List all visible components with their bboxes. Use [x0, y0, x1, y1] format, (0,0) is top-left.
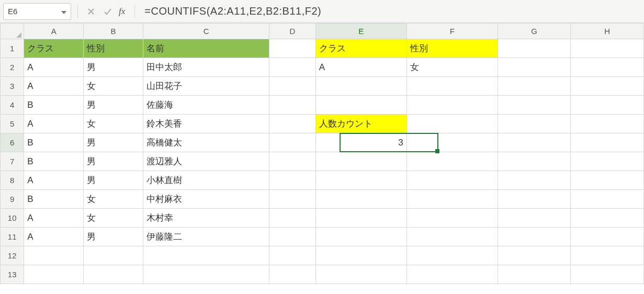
cell-g9[interactable] [498, 190, 571, 209]
cell-b8[interactable]: 男 [84, 171, 143, 190]
cell-g7[interactable] [498, 152, 571, 171]
col-header-g[interactable]: G [498, 24, 571, 39]
row-header[interactable]: 13 [1, 265, 24, 284]
cell-d11[interactable] [269, 228, 316, 246]
cell-g10[interactable] [498, 209, 571, 228]
cell-c1[interactable]: 名前 [143, 39, 269, 58]
row-header[interactable]: 7 [1, 152, 24, 171]
cell-c7[interactable]: 渡辺雅人 [143, 152, 269, 171]
cell-h9[interactable] [571, 190, 644, 209]
cell-g4[interactable] [498, 96, 571, 115]
cell-g13[interactable] [498, 265, 571, 284]
spreadsheet-grid[interactable]: A B C D E F G H 1 クラス 性別 名前 クラス 性別 [0, 23, 644, 294]
cell-h11[interactable] [571, 228, 644, 246]
cell-f5[interactable] [406, 115, 498, 133]
cell-g3[interactable] [498, 77, 571, 96]
cell-g2[interactable] [498, 58, 571, 77]
cell-b6[interactable]: 男 [84, 133, 143, 152]
cell-a3[interactable]: A [24, 77, 84, 96]
col-header-f[interactable]: F [406, 24, 498, 39]
cell-g6[interactable] [498, 133, 571, 152]
cell-e3[interactable] [315, 77, 406, 96]
row-header[interactable]: 6 [1, 133, 24, 152]
cell-f12[interactable] [406, 246, 498, 265]
cell-c11[interactable]: 伊藤隆二 [143, 228, 269, 246]
cell-b10[interactable]: 女 [84, 209, 143, 228]
cell-e9[interactable] [315, 190, 406, 209]
cell-h7[interactable] [571, 152, 644, 171]
cell-b7[interactable]: 男 [84, 152, 143, 171]
row-header[interactable]: 10 [1, 209, 24, 228]
formula-input[interactable] [141, 3, 641, 20]
cell-f7[interactable] [406, 152, 498, 171]
cell-b3[interactable]: 女 [84, 77, 143, 96]
cell-f2[interactable]: 女 [406, 58, 498, 77]
col-header-c[interactable]: C [143, 24, 269, 39]
cell-d5[interactable] [269, 115, 316, 133]
cell-d8[interactable] [269, 171, 316, 190]
chevron-down-icon[interactable] [61, 7, 66, 16]
cell-d4[interactable] [269, 96, 316, 115]
cell-f13[interactable] [406, 265, 498, 284]
cell-a5[interactable]: A [24, 115, 84, 133]
cell-f9[interactable] [406, 190, 498, 209]
cell-c9[interactable]: 中村麻衣 [143, 190, 269, 209]
cell-e12[interactable] [315, 246, 406, 265]
row-header[interactable]: 8 [1, 171, 24, 190]
cell-b13[interactable] [84, 265, 143, 284]
cell-a13[interactable] [24, 265, 84, 284]
cell-f11[interactable] [406, 228, 498, 246]
fx-icon[interactable]: fx [118, 6, 128, 17]
enter-button[interactable] [101, 5, 115, 18]
cell-e5[interactable]: 人数カウント [315, 115, 406, 133]
row-header[interactable]: 9 [1, 190, 24, 209]
row-header[interactable]: 1 [1, 39, 24, 58]
cell-b4[interactable]: 男 [84, 96, 143, 115]
cell-e13[interactable] [315, 265, 406, 284]
cell-a4[interactable]: B [24, 96, 84, 115]
cell-h4[interactable] [571, 96, 644, 115]
cell-a8[interactable]: A [24, 171, 84, 190]
col-header-h[interactable]: H [571, 24, 644, 39]
cell-e8[interactable] [315, 171, 406, 190]
cell-b2[interactable]: 男 [84, 58, 143, 77]
name-box[interactable]: E6 [3, 3, 71, 20]
cell-a11[interactable]: A [24, 228, 84, 246]
col-header-e[interactable]: E [315, 24, 406, 39]
cell-d7[interactable] [269, 152, 316, 171]
cell-f3[interactable] [406, 77, 498, 96]
cell-d2[interactable] [269, 58, 316, 77]
cell-g11[interactable] [498, 228, 571, 246]
cell-c3[interactable]: 山田花子 [143, 77, 269, 96]
cell-g12[interactable] [498, 246, 571, 265]
cell-c2[interactable]: 田中太郎 [143, 58, 269, 77]
cell-d12[interactable] [269, 246, 316, 265]
cell-c13[interactable] [143, 265, 269, 284]
cell-g1[interactable] [498, 39, 571, 58]
cell-e10[interactable] [315, 209, 406, 228]
row-header[interactable]: 3 [1, 77, 24, 96]
cell-c5[interactable]: 鈴木美香 [143, 115, 269, 133]
cell-c12[interactable] [143, 246, 269, 265]
cell-d10[interactable] [269, 209, 316, 228]
cell-a7[interactable]: B [24, 152, 84, 171]
cell-g8[interactable] [498, 171, 571, 190]
cell-b12[interactable] [84, 246, 143, 265]
cell-c6[interactable]: 高橋健太 [143, 133, 269, 152]
cell-a12[interactable] [24, 246, 84, 265]
cell-e1[interactable]: クラス [315, 39, 406, 58]
cell-h5[interactable] [571, 115, 644, 133]
cell-f8[interactable] [406, 171, 498, 190]
row-header[interactable]: 11 [1, 228, 24, 246]
cell-a6[interactable]: B [24, 133, 84, 152]
cell-a9[interactable]: B [24, 190, 84, 209]
cell-e7[interactable] [315, 152, 406, 171]
cell-d9[interactable] [269, 190, 316, 209]
cell-a10[interactable]: A [24, 209, 84, 228]
cell-g5[interactable] [498, 115, 571, 133]
cell-f6[interactable] [406, 133, 498, 152]
cell-h8[interactable] [571, 171, 644, 190]
cancel-button[interactable] [84, 5, 98, 18]
cell-c8[interactable]: 小林直樹 [143, 171, 269, 190]
cell-h10[interactable] [571, 209, 644, 228]
